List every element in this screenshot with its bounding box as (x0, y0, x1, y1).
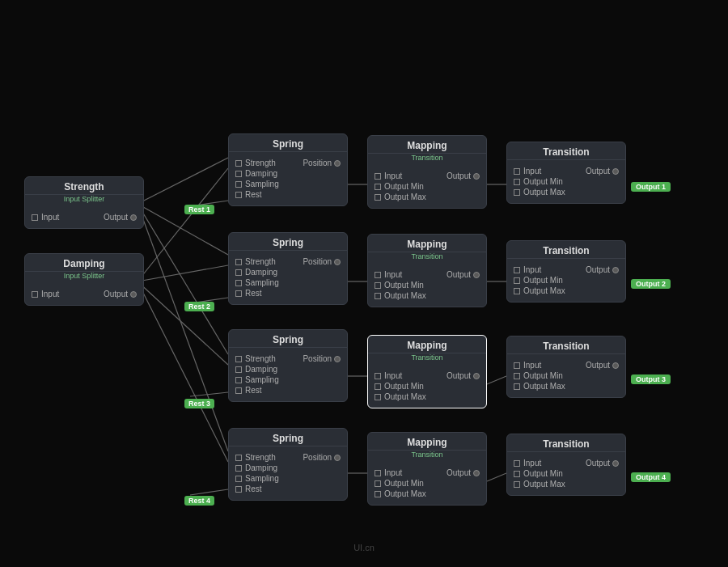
s1-sampling-port[interactable] (235, 181, 242, 188)
t4-input-port[interactable] (514, 460, 520, 467)
spring1-node: Spring Strength Position Damping Samplin… (228, 133, 348, 206)
mapping4-node: Mapping Transition Input Output Output M… (367, 432, 487, 506)
m3-outmax-port[interactable] (375, 394, 381, 400)
mapping3-node: Mapping Transition Input Output Output M… (367, 335, 487, 408)
svg-line-4 (138, 168, 228, 281)
strength-splitter-subtitle: Input Splitter (25, 195, 143, 206)
s4-rest-port[interactable] (235, 486, 242, 493)
s3-damping-port[interactable] (235, 366, 242, 373)
t4-outmax-port[interactable] (514, 481, 520, 488)
s2-position-port[interactable] (334, 259, 341, 265)
t2-input-port[interactable] (514, 267, 520, 273)
strength-splitter-title: Strength (25, 177, 143, 195)
transition3-node: Transition Input Output Output Min Outpu… (506, 336, 626, 398)
transition1-title: Transition (507, 142, 625, 160)
m4-output-port[interactable] (473, 470, 480, 476)
spring2-node: Spring Strength Position Damping Samplin… (228, 232, 348, 305)
mapping2-subtitle: Transition (368, 252, 486, 264)
strength-input-port[interactable] (32, 214, 38, 221)
s4-sampling-port[interactable] (235, 476, 242, 482)
t2-outmin-port[interactable] (514, 277, 520, 284)
s2-damping-port[interactable] (235, 269, 242, 276)
svg-line-2 (138, 204, 228, 354)
mapping3-subtitle: Transition (368, 353, 486, 365)
damping-input-label: Input (41, 290, 59, 298)
transition2-title: Transition (507, 241, 625, 259)
svg-line-0 (138, 158, 228, 204)
m4-outmax-port[interactable] (375, 491, 381, 497)
output2-badge: Output 2 (631, 275, 671, 290)
m3-output-port[interactable] (473, 373, 480, 379)
s4-position-port[interactable] (334, 455, 341, 461)
s4-damping-port[interactable] (235, 465, 242, 472)
mapping4-subtitle: Transition (368, 451, 486, 462)
mapping2-node: Mapping Transition Input Output Output M… (367, 234, 487, 307)
output4-badge: Output 4 (631, 468, 671, 483)
svg-line-7 (138, 281, 228, 462)
s4-strength-port[interactable] (235, 455, 242, 461)
t1-outmin-port[interactable] (514, 179, 520, 185)
m3-outmin-port[interactable] (375, 383, 381, 390)
transition1-node: Transition Input Output Output Min Outpu… (506, 142, 626, 204)
s3-position-port[interactable] (334, 356, 341, 362)
spring4-node: Spring Strength Position Damping Samplin… (228, 428, 348, 501)
m1-input-port[interactable] (375, 173, 381, 180)
m1-outmax-port[interactable] (375, 194, 381, 201)
s2-sampling-port[interactable] (235, 280, 242, 286)
m3-input-port[interactable] (375, 373, 381, 379)
m4-input-port[interactable] (375, 470, 381, 476)
damping-splitter-node: Damping Input Splitter Input Output (24, 253, 144, 306)
rest1-badge: Rest 1 (184, 201, 214, 215)
s3-sampling-port[interactable] (235, 377, 242, 383)
t3-outmin-port[interactable] (514, 373, 520, 379)
m1-outmin-port[interactable] (375, 184, 381, 190)
mapping1-title: Mapping (368, 136, 486, 154)
rest2-badge: Rest 2 (184, 298, 214, 312)
mapping2-title: Mapping (368, 235, 486, 252)
transition4-node: Transition Input Output Output Min Outpu… (506, 434, 626, 496)
m2-outmax-port[interactable] (375, 293, 381, 299)
damping-splitter-subtitle: Input Splitter (25, 272, 143, 283)
s1-damping-port[interactable] (235, 171, 242, 177)
s2-rest-port[interactable] (235, 290, 242, 297)
spring2-title: Spring (229, 233, 347, 251)
mapping4-title: Mapping (368, 433, 486, 451)
strength-output-port[interactable] (130, 214, 137, 221)
t4-output-port[interactable] (612, 460, 619, 467)
s3-strength-port[interactable] (235, 356, 242, 362)
m4-outmin-port[interactable] (375, 480, 381, 487)
t2-output-port[interactable] (612, 267, 619, 273)
transition4-title: Transition (507, 434, 625, 452)
svg-line-3 (138, 204, 228, 451)
spring1-title: Spring (229, 134, 347, 152)
m2-input-port[interactable] (375, 272, 381, 278)
s1-strength-port[interactable] (235, 160, 242, 167)
transition3-title: Transition (507, 336, 625, 354)
t3-outmax-port[interactable] (514, 383, 520, 390)
t2-outmax-port[interactable] (514, 288, 520, 294)
m2-output-port[interactable] (473, 272, 480, 278)
watermark: UI.cn (353, 543, 375, 552)
t4-outmin-port[interactable] (514, 471, 520, 477)
s3-rest-port[interactable] (235, 387, 242, 394)
rest4-badge: Rest 4 (184, 492, 214, 506)
damping-input-port[interactable] (32, 291, 38, 298)
t3-output-port[interactable] (612, 362, 619, 369)
t1-outmax-port[interactable] (514, 189, 520, 196)
svg-line-15 (487, 473, 506, 481)
spring3-node: Spring Strength Position Damping Samplin… (228, 329, 348, 402)
spring3-title: Spring (229, 330, 347, 348)
m2-outmin-port[interactable] (375, 282, 381, 289)
s2-strength-port[interactable] (235, 259, 242, 265)
node-canvas: Strength Input Splitter Input Output Dam… (0, 0, 728, 567)
s1-position-port[interactable] (334, 160, 341, 167)
t3-input-port[interactable] (514, 362, 520, 369)
s1-rest-port[interactable] (235, 192, 242, 198)
t1-input-port[interactable] (514, 168, 520, 175)
m1-output-port[interactable] (473, 173, 480, 180)
mapping1-node: Mapping Transition Input Output Output M… (367, 135, 487, 209)
mapping1-subtitle: Transition (368, 154, 486, 165)
svg-line-1 (138, 204, 228, 255)
t1-output-port[interactable] (612, 168, 619, 175)
damping-output-port[interactable] (130, 291, 137, 298)
